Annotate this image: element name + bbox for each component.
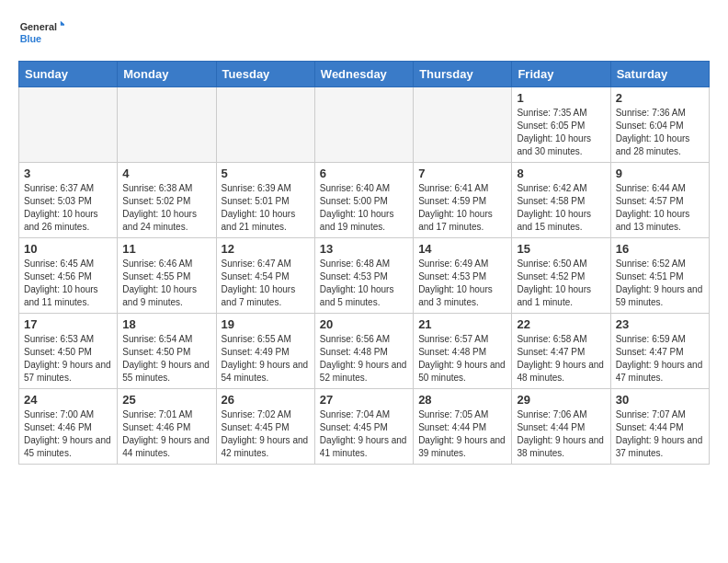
calendar-table: SundayMondayTuesdayWednesdayThursdayFrid… [18,61,710,465]
day-number: 13 [320,242,408,256]
calendar-cell: 7Sunrise: 6:41 AM Sunset: 4:59 PM Daylig… [414,163,512,238]
calendar-cell: 17Sunrise: 6:53 AM Sunset: 4:50 PM Dayli… [19,314,118,389]
calendar-cell: 22Sunrise: 6:58 AM Sunset: 4:47 PM Dayli… [512,314,610,389]
day-info: Sunrise: 6:41 AM Sunset: 4:59 PM Dayligh… [418,182,506,234]
calendar-cell: 5Sunrise: 6:39 AM Sunset: 5:01 PM Daylig… [216,163,314,238]
calendar-cell: 6Sunrise: 6:40 AM Sunset: 5:00 PM Daylig… [314,163,413,238]
calendar-cell: 20Sunrise: 6:56 AM Sunset: 4:48 PM Dayli… [314,314,413,389]
calendar-cell [216,87,314,163]
day-number: 15 [517,242,605,256]
day-info: Sunrise: 6:50 AM Sunset: 4:52 PM Dayligh… [517,258,605,309]
day-number: 18 [122,317,210,331]
day-number: 14 [418,242,506,256]
day-info: Sunrise: 6:53 AM Sunset: 4:50 PM Dayligh… [24,333,112,385]
day-info: Sunrise: 7:01 AM Sunset: 4:46 PM Dayligh… [122,408,210,460]
col-header-friday: Friday [512,62,610,87]
calendar-cell: 15Sunrise: 6:50 AM Sunset: 4:52 PM Dayli… [512,238,610,314]
calendar-cell [314,87,413,163]
day-number: 23 [616,317,704,331]
day-info: Sunrise: 6:42 AM Sunset: 4:58 PM Dayligh… [517,182,605,234]
day-number: 21 [418,317,506,331]
day-number: 8 [517,167,605,180]
day-number: 30 [616,393,704,407]
day-number: 19 [222,317,310,331]
logo: General Blue [18,15,64,52]
day-info: Sunrise: 7:00 AM Sunset: 4:46 PM Dayligh… [24,408,112,460]
calendar-cell: 1Sunrise: 7:35 AM Sunset: 6:05 PM Daylig… [512,87,610,163]
day-info: Sunrise: 6:39 AM Sunset: 5:01 PM Dayligh… [222,182,310,234]
day-number: 11 [122,242,210,256]
calendar-cell: 14Sunrise: 6:49 AM Sunset: 4:53 PM Dayli… [414,238,512,314]
day-info: Sunrise: 7:02 AM Sunset: 4:45 PM Dayligh… [222,408,310,460]
day-number: 4 [122,167,210,180]
calendar-cell: 13Sunrise: 6:48 AM Sunset: 4:53 PM Dayli… [314,238,413,314]
svg-text:Blue: Blue [20,33,41,44]
calendar-cell: 2Sunrise: 7:36 AM Sunset: 6:04 PM Daylig… [610,87,709,163]
day-info: Sunrise: 6:46 AM Sunset: 4:55 PM Dayligh… [122,258,210,309]
day-info: Sunrise: 6:38 AM Sunset: 5:02 PM Dayligh… [122,182,210,234]
day-info: Sunrise: 7:35 AM Sunset: 6:05 PM Dayligh… [517,107,605,158]
calendar-week-row: 1Sunrise: 7:35 AM Sunset: 6:05 PM Daylig… [19,87,710,163]
calendar-cell [118,87,216,163]
day-info: Sunrise: 7:36 AM Sunset: 6:04 PM Dayligh… [616,107,704,158]
day-number: 2 [616,91,704,105]
col-header-monday: Monday [118,62,216,87]
day-number: 24 [24,393,112,407]
day-number: 26 [222,393,310,407]
day-number: 1 [517,91,605,105]
day-number: 10 [24,242,112,256]
col-header-sunday: Sunday [19,62,118,87]
day-number: 27 [320,393,408,407]
svg-text:General: General [20,22,57,33]
day-number: 28 [418,393,506,407]
calendar-cell: 24Sunrise: 7:00 AM Sunset: 4:46 PM Dayli… [19,389,118,465]
day-info: Sunrise: 6:57 AM Sunset: 4:48 PM Dayligh… [418,333,506,385]
day-number: 7 [418,167,506,180]
calendar-week-row: 10Sunrise: 6:45 AM Sunset: 4:56 PM Dayli… [19,238,710,314]
day-info: Sunrise: 6:37 AM Sunset: 5:03 PM Dayligh… [24,182,112,234]
calendar-cell: 12Sunrise: 6:47 AM Sunset: 4:54 PM Dayli… [216,238,314,314]
day-info: Sunrise: 6:54 AM Sunset: 4:50 PM Dayligh… [122,333,210,385]
calendar-cell: 8Sunrise: 6:42 AM Sunset: 4:58 PM Daylig… [512,163,610,238]
day-info: Sunrise: 6:59 AM Sunset: 4:47 PM Dayligh… [616,333,704,385]
day-info: Sunrise: 7:04 AM Sunset: 4:45 PM Dayligh… [320,408,408,460]
calendar-cell [19,87,118,163]
day-number: 3 [24,167,112,180]
day-number: 17 [24,317,112,331]
calendar-cell: 21Sunrise: 6:57 AM Sunset: 4:48 PM Dayli… [414,314,512,389]
calendar-cell: 28Sunrise: 7:05 AM Sunset: 4:44 PM Dayli… [414,389,512,465]
day-number: 6 [320,167,408,180]
day-number: 16 [616,242,704,256]
calendar-cell: 26Sunrise: 7:02 AM Sunset: 4:45 PM Dayli… [216,389,314,465]
day-info: Sunrise: 6:49 AM Sunset: 4:53 PM Dayligh… [418,258,506,309]
day-info: Sunrise: 6:56 AM Sunset: 4:48 PM Dayligh… [320,333,408,385]
calendar-cell: 11Sunrise: 6:46 AM Sunset: 4:55 PM Dayli… [118,238,216,314]
logo-svg: General Blue [18,15,64,52]
calendar-cell: 4Sunrise: 6:38 AM Sunset: 5:02 PM Daylig… [118,163,216,238]
day-info: Sunrise: 6:48 AM Sunset: 4:53 PM Dayligh… [320,258,408,309]
calendar-cell: 25Sunrise: 7:01 AM Sunset: 4:46 PM Dayli… [118,389,216,465]
calendar-week-row: 3Sunrise: 6:37 AM Sunset: 5:03 PM Daylig… [19,163,710,238]
calendar-cell: 16Sunrise: 6:52 AM Sunset: 4:51 PM Dayli… [610,238,709,314]
day-info: Sunrise: 6:47 AM Sunset: 4:54 PM Dayligh… [222,258,310,309]
calendar-cell: 3Sunrise: 6:37 AM Sunset: 5:03 PM Daylig… [19,163,118,238]
day-number: 9 [616,167,704,180]
col-header-thursday: Thursday [414,62,512,87]
day-info: Sunrise: 6:52 AM Sunset: 4:51 PM Dayligh… [616,258,704,309]
calendar-cell: 9Sunrise: 6:44 AM Sunset: 4:57 PM Daylig… [610,163,709,238]
col-header-wednesday: Wednesday [314,62,413,87]
col-header-saturday: Saturday [610,62,709,87]
calendar-cell: 18Sunrise: 6:54 AM Sunset: 4:50 PM Dayli… [118,314,216,389]
calendar-cell: 19Sunrise: 6:55 AM Sunset: 4:49 PM Dayli… [216,314,314,389]
day-number: 12 [222,242,310,256]
day-info: Sunrise: 6:55 AM Sunset: 4:49 PM Dayligh… [222,333,310,385]
day-number: 22 [517,317,605,331]
calendar-header-row: SundayMondayTuesdayWednesdayThursdayFrid… [19,62,710,87]
day-info: Sunrise: 6:40 AM Sunset: 5:00 PM Dayligh… [320,182,408,234]
calendar-cell: 27Sunrise: 7:04 AM Sunset: 4:45 PM Dayli… [314,389,413,465]
calendar-week-row: 17Sunrise: 6:53 AM Sunset: 4:50 PM Dayli… [19,314,710,389]
calendar-cell: 29Sunrise: 7:06 AM Sunset: 4:44 PM Dayli… [512,389,610,465]
day-info: Sunrise: 6:44 AM Sunset: 4:57 PM Dayligh… [616,182,704,234]
day-info: Sunrise: 7:05 AM Sunset: 4:44 PM Dayligh… [418,408,506,460]
svg-marker-2 [61,21,64,26]
